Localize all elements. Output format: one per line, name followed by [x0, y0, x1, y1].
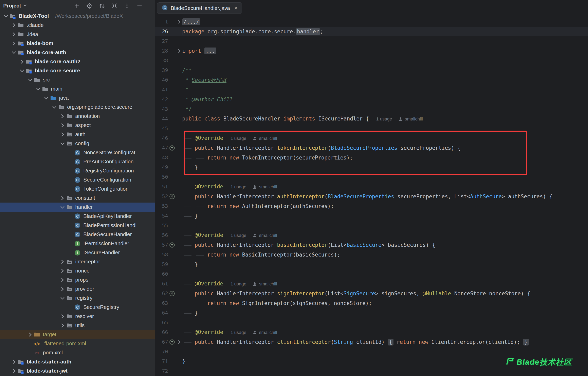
- editor-tab[interactable]: C BladeSecureHandler.java ×: [157, 2, 242, 14]
- code-line-38[interactable]: 38: [155, 56, 588, 65]
- code-line-51[interactable]: 51@Override1 usagesmallchill: [155, 182, 588, 192]
- chevron-right-icon[interactable]: [59, 113, 66, 119]
- tree-item-nonce[interactable]: nonce: [0, 266, 155, 275]
- chevron-right-icon[interactable]: [19, 59, 25, 65]
- fold-arrow-icon[interactable]: [176, 19, 182, 24]
- locate-icon[interactable]: [86, 2, 93, 9]
- chevron-down-icon[interactable]: [2, 13, 9, 19]
- code-line-54[interactable]: 54}: [155, 211, 588, 221]
- tree-item-provider[interactable]: provider: [0, 284, 155, 293]
- code-line-58[interactable]: 58return new BasicInterceptor(basicSecur…: [155, 250, 588, 260]
- tree-item-BladeSecureHandler[interactable]: CBladeSecureHandler: [0, 230, 155, 239]
- tree-item-auth[interactable]: auth: [0, 130, 155, 139]
- code-line-72[interactable]: 72: [155, 366, 588, 376]
- tree-item-BladeApiKeyHandler[interactable]: CBladeApiKeyHandler: [0, 212, 155, 221]
- chevron-right-icon[interactable]: [10, 22, 17, 28]
- editor-area[interactable]: C BladeSecureHandler.java × 1/.../26pack…: [155, 0, 588, 376]
- tree-item-target[interactable]: target: [0, 330, 155, 339]
- code-line-28[interactable]: 28import ...: [155, 46, 588, 56]
- tree-item-.idea[interactable]: .idea: [0, 30, 155, 39]
- code-line-64[interactable]: 64}: [155, 308, 588, 318]
- code-line-62[interactable]: 62public HandlerInterceptor signIntercep…: [155, 289, 588, 298]
- override-gutter-icon[interactable]: [168, 291, 176, 297]
- code-line-50[interactable]: 50: [155, 172, 588, 182]
- chevron-right-icon[interactable]: [10, 41, 17, 46]
- chevron-right-icon[interactable]: [59, 122, 66, 128]
- code-line-59[interactable]: 59}: [155, 260, 588, 269]
- tree-item-interceptor[interactable]: interceptor: [0, 257, 155, 266]
- chevron-down-icon[interactable]: [27, 77, 33, 83]
- tree-item-resolver[interactable]: resolver: [0, 312, 155, 321]
- chevron-down-icon[interactable]: [51, 104, 58, 110]
- chevron-right-icon[interactable]: [59, 195, 66, 201]
- tree-item-blade-starter-jwt[interactable]: blade-starter-jwt: [0, 366, 155, 376]
- tree-item-constant[interactable]: constant: [0, 193, 155, 203]
- chevron-right-icon[interactable]: [10, 359, 17, 365]
- code-line-43[interactable]: 43 */: [155, 104, 588, 114]
- tree-item-utils[interactable]: utils: [0, 321, 155, 330]
- chevron-right-icon[interactable]: [10, 31, 17, 37]
- close-icon[interactable]: ×: [233, 5, 238, 11]
- tree-item-IPermissionHandler[interactable]: IIPermissionHandler: [0, 239, 155, 248]
- code-line-42[interactable]: 42 * @author Chill: [155, 94, 588, 104]
- add-icon[interactable]: [74, 2, 80, 9]
- tree-item-handler[interactable]: handler: [0, 203, 155, 212]
- tree-item-.flattened-pom.xml[interactable]: </>.flattened-pom.xml: [0, 339, 155, 348]
- hide-icon[interactable]: [136, 2, 143, 9]
- tree-item-blade-bom[interactable]: blade-bom: [0, 39, 155, 48]
- code-line-67[interactable]: 67public HandlerInterceptor clientInterc…: [155, 337, 588, 347]
- tree-item-main[interactable]: main: [0, 84, 155, 94]
- chevron-down-icon[interactable]: [43, 95, 50, 101]
- tree-item-src[interactable]: src: [0, 75, 155, 84]
- chevron-down-icon[interactable]: [19, 68, 25, 74]
- tree-item-blade-core-secure[interactable]: blade-core-secure: [0, 66, 155, 75]
- code-line-56[interactable]: 56@Override1 usagesmallchill: [155, 230, 588, 240]
- tree-item-BladeX-Tool[interactable]: BladeX-Tool~/Workspaces/product/BladeX: [0, 11, 155, 21]
- tree-item-ISecureHandler[interactable]: IISecureHandler: [0, 248, 155, 257]
- chevron-right-icon[interactable]: [59, 268, 66, 274]
- code-line-47[interactable]: 47public HandlerInterceptor tokenInterce…: [155, 143, 588, 153]
- tree-item-SecureRegistry[interactable]: CSecureRegistry: [0, 303, 155, 312]
- override-gutter-icon[interactable]: [168, 339, 176, 345]
- chevron-down-icon[interactable]: [10, 50, 17, 56]
- chevron-right-icon[interactable]: [59, 313, 66, 319]
- chevron-down-icon[interactable]: [59, 204, 66, 210]
- code-line-70[interactable]: 70: [155, 347, 588, 357]
- tree-item-PreAuthConfiguration[interactable]: CPreAuthConfiguration: [0, 157, 155, 166]
- code-line-60[interactable]: 60: [155, 269, 588, 279]
- tree-item-blade-core-auth[interactable]: blade-core-auth: [0, 48, 155, 57]
- code-editor[interactable]: 1/.../26package org.springblade.core.sec…: [155, 16, 588, 376]
- collapse-all-icon[interactable]: [111, 2, 118, 9]
- code-line-55[interactable]: 55: [155, 221, 588, 230]
- code-line-1[interactable]: 1/.../: [155, 17, 588, 27]
- code-line-40[interactable]: 40 * Secure处理器: [155, 75, 588, 85]
- chevron-right-icon[interactable]: [10, 368, 17, 374]
- tree-item-aspect[interactable]: aspect: [0, 121, 155, 130]
- tree-item-RegistryConfiguration[interactable]: CRegistryConfiguration: [0, 166, 155, 175]
- code-line-45[interactable]: 45: [155, 124, 588, 133]
- chevron-right-icon[interactable]: [59, 131, 66, 137]
- tree-item-.claude[interactable]: .claude: [0, 21, 155, 30]
- code-line-66[interactable]: 66@Override1 usagesmallchill: [155, 327, 588, 337]
- chevron-right-icon[interactable]: [59, 259, 66, 265]
- chevron-right-icon[interactable]: [59, 277, 66, 283]
- code-line-61[interactable]: 61@Override1 usagesmallchill: [155, 279, 588, 289]
- chevron-right-icon[interactable]: [27, 332, 33, 338]
- more-icon[interactable]: [124, 2, 130, 9]
- chevron-right-icon[interactable]: [59, 286, 66, 292]
- tree-item-java[interactable]: java: [0, 94, 155, 103]
- tree-item-org.springblade.core.secure[interactable]: org.springblade.core.secure: [0, 103, 155, 112]
- fold-arrow-icon[interactable]: [176, 48, 182, 53]
- code-line-44[interactable]: 44public class BladeSecureHandler implem…: [155, 114, 588, 124]
- code-line-63[interactable]: 63return new SignInterceptor(signSecures…: [155, 298, 588, 308]
- override-gutter-icon[interactable]: [168, 193, 176, 199]
- code-line-49[interactable]: 49}: [155, 163, 588, 172]
- override-gutter-icon[interactable]: [168, 242, 176, 248]
- code-line-52[interactable]: 52public HandlerInterceptor authIntercep…: [155, 192, 588, 201]
- override-gutter-icon[interactable]: [168, 145, 176, 151]
- code-line-46[interactable]: 46@Override1 usagesmallchill: [155, 133, 588, 143]
- tree-item-NonceStoreConfigurat[interactable]: CNonceStoreConfigurat: [0, 148, 155, 157]
- tree-item-blade-starter-auth[interactable]: blade-starter-auth: [0, 357, 155, 366]
- tree-item-config[interactable]: config: [0, 139, 155, 148]
- tree-item-registry[interactable]: registry: [0, 293, 155, 303]
